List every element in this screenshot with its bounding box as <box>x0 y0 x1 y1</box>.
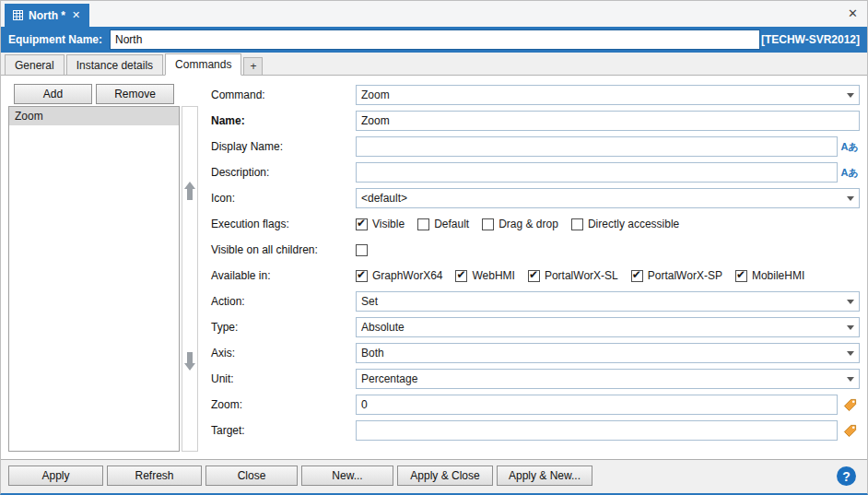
apply-button[interactable]: Apply <box>8 466 103 486</box>
chevron-down-icon <box>847 196 854 201</box>
action-row: Action: Set <box>211 291 860 312</box>
name-input[interactable] <box>356 111 860 131</box>
document-tab-title: North * <box>29 9 65 22</box>
tab-add[interactable]: + <box>243 57 263 75</box>
checkbox-box[interactable] <box>482 218 494 230</box>
visible-children-label: Visible on all children: <box>211 243 356 256</box>
axis-row: Axis: Both <box>211 343 860 363</box>
description-label: Description: <box>211 166 356 179</box>
target-label: Target: <box>211 424 356 437</box>
checkbox-webhmi[interactable]: WebHMI <box>455 269 514 282</box>
apply-close-button[interactable]: Apply & Close <box>397 466 493 486</box>
target-input[interactable] <box>356 420 838 441</box>
equipment-name-input[interactable] <box>110 29 760 50</box>
command-list: Zoom <box>8 106 180 452</box>
execution-flags-label: Execution flags: <box>211 218 356 230</box>
document-tab-close-icon[interactable]: ✕ <box>71 9 81 21</box>
chevron-down-icon <box>847 377 854 382</box>
type-value: Absolute <box>361 321 841 334</box>
checkbox-box[interactable] <box>528 270 540 282</box>
checkbox-portalworx-sp[interactable]: PortalWorX-SP <box>631 269 722 282</box>
checkbox-directly-accessible[interactable]: Directly accessible <box>571 218 679 230</box>
name-row: Name: <box>211 111 860 131</box>
checkbox-label: Visible <box>372 218 405 230</box>
type-select[interactable]: Absolute <box>356 317 860 337</box>
checkbox-label: PortalWorX-SL <box>545 269 618 282</box>
axis-value: Both <box>361 347 841 359</box>
chevron-down-icon <box>847 325 854 330</box>
tab-commands[interactable]: Commands <box>165 53 241 76</box>
close-button[interactable]: Close <box>205 466 298 486</box>
checkbox-graphworx64[interactable]: GraphWorX64 <box>356 269 442 282</box>
checkbox-box[interactable] <box>356 270 368 282</box>
reorder-strip <box>182 106 198 452</box>
unit-label: Unit: <box>211 372 356 385</box>
apply-new-button[interactable]: Apply & New... <box>497 466 592 486</box>
refresh-button[interactable]: Refresh <box>107 466 202 486</box>
pane-close-icon[interactable]: ✕ <box>848 6 858 20</box>
checkbox-box[interactable] <box>356 218 368 230</box>
checkbox-label: Directly accessible <box>588 218 679 230</box>
command-select[interactable]: Zoom <box>356 85 860 105</box>
target-row: Target: <box>211 420 860 441</box>
unit-select[interactable]: Percentage <box>356 369 860 389</box>
checkbox-box[interactable] <box>417 218 429 230</box>
chevron-down-icon <box>847 300 854 304</box>
add-command-button[interactable]: Add <box>14 84 92 104</box>
tab-strip: General Instance details Commands + <box>1 53 867 76</box>
server-name: [TECHW-SVR2012] <box>761 33 860 46</box>
checkbox-label: MobileHMI <box>752 269 804 282</box>
tag-icon[interactable] <box>839 398 860 412</box>
commands-panel: Add Remove Zoom Command: Zoom <box>1 76 867 459</box>
move-up-icon[interactable] <box>183 181 196 201</box>
display-name-input[interactable] <box>356 136 838 157</box>
visible-children-row: Visible on all children: <box>211 240 860 260</box>
available-in-row: Available in: GraphWorX64 WebHMI PortalW… <box>211 265 860 286</box>
localize-icon[interactable]: Aあ <box>839 140 860 154</box>
localize-icon[interactable]: Aあ <box>839 166 860 180</box>
checkbox-label: PortalWorX-SP <box>648 269 722 282</box>
zoom-input[interactable] <box>356 395 838 415</box>
checkbox-visible-on-all-children[interactable] <box>356 244 368 256</box>
icon-select[interactable]: <default> <box>356 188 860 208</box>
list-item-zoom[interactable]: Zoom <box>9 107 179 125</box>
axis-select[interactable]: Both <box>356 343 860 363</box>
checkbox-label: GraphWorX64 <box>372 269 442 282</box>
document-tab-north[interactable]: North * ✕ <box>5 4 89 27</box>
document-tab-bar: North * ✕ ✕ <box>1 1 867 27</box>
checkbox-label: WebHMI <box>472 269 514 282</box>
grid-icon <box>13 10 23 20</box>
checkbox-box[interactable] <box>356 244 368 256</box>
checkbox-box[interactable] <box>571 218 583 230</box>
new-button[interactable]: New... <box>301 466 393 486</box>
checkbox-box[interactable] <box>455 270 467 282</box>
checkbox-drag-drop[interactable]: Drag & drop <box>482 218 558 230</box>
description-input[interactable] <box>356 162 838 183</box>
tag-icon[interactable] <box>839 424 860 438</box>
checkbox-box[interactable] <box>735 270 747 282</box>
unit-row: Unit: Percentage <box>211 369 860 389</box>
axis-label: Axis: <box>211 347 356 359</box>
checkbox-portalworx-sl[interactable]: PortalWorX-SL <box>528 269 618 282</box>
command-row: Command: Zoom <box>211 85 860 105</box>
checkbox-default[interactable]: Default <box>417 218 469 230</box>
icon-row: Icon: <default> <box>211 188 860 208</box>
checkbox-mobilehmi[interactable]: MobileHMI <box>735 269 804 282</box>
help-icon[interactable]: ? <box>837 466 856 486</box>
chevron-down-icon <box>847 93 854 98</box>
checkbox-visible[interactable]: Visible <box>356 218 405 230</box>
tab-general[interactable]: General <box>5 54 65 75</box>
checkbox-box[interactable] <box>631 270 643 282</box>
action-label: Action: <box>211 295 356 308</box>
command-value: Zoom <box>361 88 841 101</box>
command-label: Command: <box>211 88 356 101</box>
execution-flags-row: Execution flags: Visible Default Drag & … <box>211 214 860 234</box>
tab-instance-details[interactable]: Instance details <box>66 54 163 75</box>
chevron-down-icon <box>847 351 854 356</box>
remove-command-button[interactable]: Remove <box>96 84 174 104</box>
name-label: Name: <box>211 114 356 127</box>
type-label: Type: <box>211 321 356 334</box>
move-down-icon[interactable] <box>183 351 196 371</box>
action-select[interactable]: Set <box>356 291 860 312</box>
checkbox-label: Drag & drop <box>499 218 558 230</box>
